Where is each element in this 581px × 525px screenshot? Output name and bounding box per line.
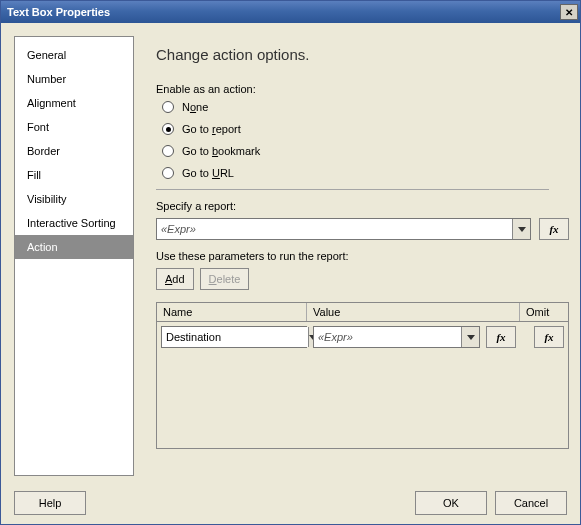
radio-icon xyxy=(162,101,174,113)
radio-label: None xyxy=(182,101,208,113)
param-omit-fx-button[interactable]: fx xyxy=(534,326,564,348)
page-heading: Change action options. xyxy=(156,46,569,63)
params-header: Name Value Omit xyxy=(157,303,568,322)
table-empty-area xyxy=(157,352,568,448)
radio-go-to-url[interactable]: Go to URL xyxy=(162,167,569,179)
sidebar-item-number[interactable]: Number xyxy=(15,67,133,91)
params-label: Use these parameters to run the report: xyxy=(156,250,569,262)
col-header-value: Value xyxy=(307,303,520,321)
close-icon: ✕ xyxy=(565,7,573,18)
radio-icon xyxy=(162,145,174,157)
sidebar-item-action[interactable]: Action xyxy=(15,235,133,259)
param-name-combo[interactable] xyxy=(161,326,307,348)
sidebar-item-general[interactable]: General xyxy=(15,43,133,67)
dialog-body: General Number Alignment Font Border Fil… xyxy=(0,22,581,525)
sidebar-item-visibility[interactable]: Visibility xyxy=(15,187,133,211)
specify-report-label: Specify a report: xyxy=(156,200,569,212)
main-panel: Change action options. Enable as an acti… xyxy=(134,36,579,476)
enable-action-label: Enable as an action: xyxy=(156,83,569,95)
footer: Help OK Cancel xyxy=(14,491,567,515)
divider xyxy=(156,189,549,190)
col-header-name: Name xyxy=(157,303,307,321)
radio-icon xyxy=(162,123,174,135)
param-value-input[interactable] xyxy=(314,327,461,347)
sidebar-item-interactive-sorting[interactable]: Interactive Sorting xyxy=(15,211,133,235)
sidebar-item-fill[interactable]: Fill xyxy=(15,163,133,187)
sidebar-item-alignment[interactable]: Alignment xyxy=(15,91,133,115)
sidebar-item-font[interactable]: Font xyxy=(15,115,133,139)
report-combo[interactable] xyxy=(156,218,531,240)
radio-label: Go to bookmark xyxy=(182,145,260,157)
cancel-button[interactable]: Cancel xyxy=(495,491,567,515)
table-row: fx fx xyxy=(157,322,568,352)
radio-go-to-bookmark[interactable]: Go to bookmark xyxy=(162,145,569,157)
chevron-down-icon[interactable] xyxy=(461,327,479,347)
radio-go-to-report[interactable]: Go to report xyxy=(162,123,569,135)
window-title: Text Box Properties xyxy=(7,6,110,18)
param-value-fx-button[interactable]: fx xyxy=(486,326,516,348)
titlebar: Text Box Properties ✕ xyxy=(1,1,580,23)
sidebar: General Number Alignment Font Border Fil… xyxy=(14,36,134,476)
chevron-down-icon[interactable] xyxy=(512,219,530,239)
radio-icon xyxy=(162,167,174,179)
report-fx-button[interactable]: fx xyxy=(539,218,569,240)
radio-label: Go to URL xyxy=(182,167,234,179)
add-button[interactable]: Add xyxy=(156,268,194,290)
param-name-input[interactable] xyxy=(162,327,308,347)
close-button[interactable]: ✕ xyxy=(560,4,578,20)
radio-none[interactable]: None xyxy=(162,101,569,113)
sidebar-item-border[interactable]: Border xyxy=(15,139,133,163)
param-value-combo[interactable] xyxy=(313,326,480,348)
delete-button[interactable]: Delete xyxy=(200,268,250,290)
radio-label: Go to report xyxy=(182,123,241,135)
ok-button[interactable]: OK xyxy=(415,491,487,515)
col-header-omit: Omit xyxy=(520,303,568,321)
help-button[interactable]: Help xyxy=(14,491,86,515)
report-input[interactable] xyxy=(157,219,512,239)
params-table: Name Value Omit fx fx xyxy=(156,302,569,449)
